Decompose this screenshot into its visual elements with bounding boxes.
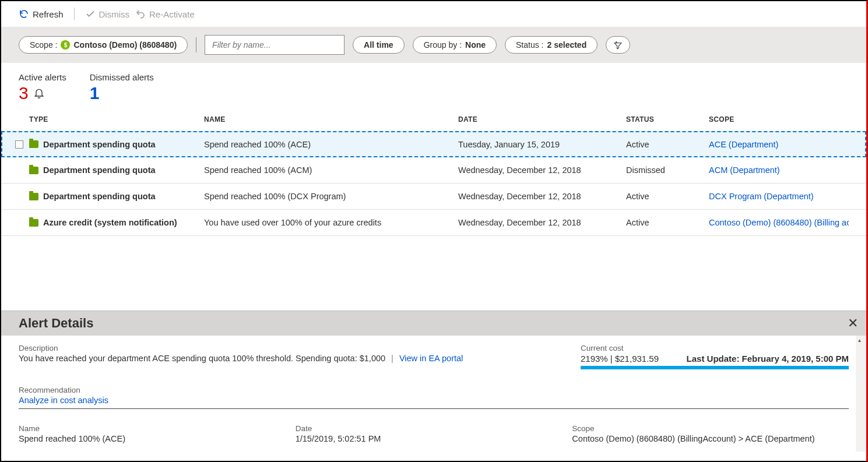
cell-date: Tuesday, January 15, 2019	[458, 140, 626, 149]
current-cost-label: Current cost	[581, 344, 659, 352]
status-label: Status :	[516, 40, 543, 50]
active-alerts-block: Active alerts 3	[19, 72, 66, 103]
type-text: Department spending quota	[43, 165, 156, 175]
cell-name: You have used over 100% of your azure cr…	[204, 218, 458, 227]
table-header: TYPE NAME DATE STATUS SCOPE	[1, 108, 866, 131]
col-header-scope[interactable]: SCOPE	[709, 115, 849, 124]
col-header-type[interactable]: TYPE	[29, 115, 204, 124]
type-text: Department spending quota	[43, 140, 156, 149]
scope-selector[interactable]: Scope : $ Contoso (Demo) (8608480)	[19, 36, 188, 54]
scope-value: Contoso (Demo) (8608480)	[73, 40, 177, 50]
folder-icon	[29, 219, 38, 227]
row-checkbox[interactable]	[9, 140, 29, 149]
groupby-selector[interactable]: Group by : None	[413, 36, 497, 54]
analyze-cost-link[interactable]: Analyze in cost analysis	[19, 396, 849, 405]
reactivate-label: Re-Activate	[149, 9, 195, 19]
scope-label: Scope :	[30, 40, 57, 50]
details-divider	[19, 408, 849, 409]
command-bar: Refresh Dismiss Re-Activate	[1, 1, 866, 27]
col-header-status[interactable]: STATUS	[626, 115, 709, 124]
field-date-label: Date	[296, 424, 572, 433]
status-value: 2 selected	[547, 40, 587, 50]
cell-date: Wednesday, December 12, 2018	[458, 192, 626, 201]
table-row[interactable]: Department spending quota Spend reached …	[1, 184, 866, 210]
field-scope-value: Contoso (Demo) (8608480) (BillingAccount…	[572, 434, 849, 443]
filter-bar: Scope : $ Contoso (Demo) (8608480) All t…	[1, 27, 866, 63]
table-body: Department spending quota Spend reached …	[1, 131, 866, 236]
cell-type: Department spending quota	[29, 165, 204, 175]
timerange-value: All time	[364, 40, 393, 50]
cell-status: Active	[626, 218, 709, 227]
cell-type: Department spending quota	[29, 140, 204, 149]
dismissed-alerts-label: Dismissed alerts	[90, 72, 154, 82]
col-header-date[interactable]: DATE	[458, 115, 626, 124]
filter-name-input[interactable]	[205, 35, 345, 55]
status-selector[interactable]: Status : 2 selected	[505, 36, 598, 54]
check-icon	[85, 9, 96, 19]
field-name-label: Name	[19, 424, 296, 433]
cell-status: Dismissed	[626, 165, 709, 175]
cell-date: Wednesday, December 12, 2018	[458, 218, 626, 227]
close-icon[interactable]: ✕	[848, 316, 858, 331]
cell-scope-link[interactable]: ACE (Department)	[709, 140, 849, 149]
cell-type: Department spending quota	[29, 192, 204, 201]
details-body: Description You have reached your depart…	[1, 336, 866, 452]
cell-name: Spend reached 100% (ACM)	[204, 165, 458, 175]
dismiss-label: Dismiss	[99, 9, 130, 19]
bell-icon	[33, 87, 45, 99]
toolbar-separator	[74, 8, 75, 20]
filter-icon	[613, 40, 623, 50]
dismissed-alerts-block: Dismissed alerts 1	[90, 72, 154, 103]
dismiss-button[interactable]: Dismiss	[85, 9, 130, 19]
scope-badge-icon: $	[61, 40, 70, 50]
refresh-button[interactable]: Refresh	[19, 9, 64, 19]
folder-icon	[29, 193, 38, 200]
cost-progress-bar	[581, 366, 849, 369]
cell-scope-link[interactable]: ACM (Department)	[709, 165, 849, 175]
cell-scope-link[interactable]: Contoso (Demo) (8608480) (Billing accoun…	[709, 218, 849, 227]
table-row[interactable]: Azure credit (system notification) You h…	[1, 210, 866, 236]
reactivate-button[interactable]: Re-Activate	[135, 9, 195, 19]
current-cost-value: 2193% | $21,931.59	[581, 354, 659, 364]
refresh-label: Refresh	[33, 9, 64, 19]
dismissed-alerts-count: 1	[90, 83, 100, 103]
alert-summary: Active alerts 3 Dismissed alerts 1	[1, 63, 866, 108]
details-header: Alert Details ✕	[1, 311, 866, 336]
recommendation-label: Recommendation	[19, 386, 849, 394]
cell-scope-link[interactable]: DCX Program (Department)	[709, 192, 849, 201]
folder-icon	[29, 140, 38, 148]
active-alerts-count: 3	[19, 83, 29, 103]
description-separator: |	[388, 354, 397, 363]
cell-date: Wednesday, December 12, 2018	[458, 165, 626, 175]
refresh-icon	[19, 9, 29, 19]
folder-icon	[29, 167, 38, 174]
details-title: Alert Details	[19, 316, 93, 331]
field-name-value: Spend reached 100% (ACE)	[19, 434, 296, 443]
type-text: Department spending quota	[43, 192, 156, 201]
last-update-label: Last Update: February 4, 2019, 5:00 PM	[687, 354, 849, 364]
table-row[interactable]: Department spending quota Spend reached …	[1, 131, 866, 157]
groupby-value: None	[465, 40, 486, 50]
view-ea-portal-link[interactable]: View in EA portal	[399, 354, 463, 363]
active-alerts-label: Active alerts	[19, 72, 66, 82]
cell-status: Active	[626, 192, 709, 201]
cell-status: Active	[626, 140, 709, 149]
col-header-name[interactable]: NAME	[204, 115, 458, 124]
undo-icon	[135, 9, 146, 19]
alert-details-panel: Alert Details ✕ Description You have rea…	[1, 311, 866, 452]
field-scope-label: Scope	[572, 424, 849, 433]
description-label: Description	[19, 344, 463, 352]
description-value: You have reached your department ACE spe…	[19, 354, 385, 363]
cell-name: Spend reached 100% (DCX Program)	[204, 192, 458, 201]
filter-separator	[196, 37, 196, 52]
table-row[interactable]: Department spending quota Spend reached …	[1, 157, 866, 184]
groupby-label: Group by :	[424, 40, 462, 50]
type-text: Azure credit (system notification)	[43, 218, 177, 227]
add-filter-button[interactable]	[606, 36, 630, 54]
field-date-value: 1/15/2019, 5:02:51 PM	[296, 434, 572, 443]
cell-name: Spend reached 100% (ACE)	[204, 140, 458, 149]
description-text: You have reached your department ACE spe…	[19, 354, 463, 363]
cell-type: Azure credit (system notification)	[29, 218, 204, 227]
timerange-selector[interactable]: All time	[353, 36, 405, 54]
